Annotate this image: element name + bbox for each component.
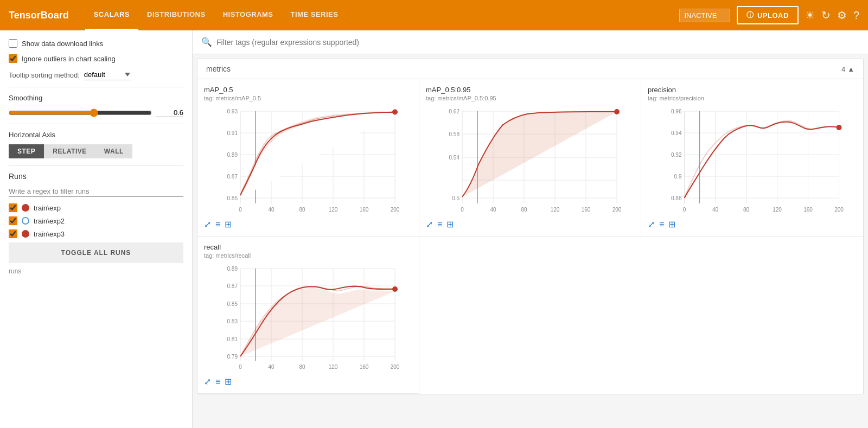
smoothing-value-input[interactable] bbox=[156, 108, 183, 117]
expand-icon-4[interactable]: ⤢ bbox=[204, 376, 211, 387]
expand-icon-2[interactable]: ⤢ bbox=[426, 219, 433, 229]
chart-precision-title: precision bbox=[648, 86, 857, 94]
chart-precision-actions: ⤢ ≡ ⊞ bbox=[648, 219, 857, 229]
svg-point-96 bbox=[392, 286, 398, 292]
divider-3 bbox=[9, 165, 183, 165]
svg-text:40: 40 bbox=[268, 364, 275, 370]
chart-recall: recall tag: metrics/recall bbox=[197, 237, 419, 394]
zoom-icon[interactable]: ⊞ bbox=[225, 219, 232, 229]
show-download-label[interactable]: Show data download links bbox=[9, 39, 103, 48]
nav-time-series[interactable]: TIME SERIES bbox=[282, 0, 347, 30]
svg-text:0: 0 bbox=[683, 207, 686, 213]
chart-map05-title: mAP_0.5 bbox=[204, 86, 412, 94]
nav-distributions[interactable]: DISTRIBUTIONS bbox=[138, 0, 214, 30]
svg-text:120: 120 bbox=[329, 207, 338, 213]
svg-text:160: 160 bbox=[582, 207, 591, 213]
chart-map0595-tag: tag: metrics/mAP_0.5:0.95 bbox=[426, 95, 634, 101]
help-icon[interactable]: ? bbox=[853, 9, 859, 22]
chart-map05-actions: ⤢ ≡ ⊞ bbox=[204, 219, 412, 229]
tooltip-row: Tooltip sorting method: default ascendin… bbox=[9, 69, 183, 80]
metrics-title: metrics bbox=[206, 65, 231, 73]
data-icon[interactable]: ≡ bbox=[215, 219, 220, 229]
show-download-checkbox[interactable] bbox=[9, 39, 17, 48]
chart-recall-title: recall bbox=[204, 243, 412, 251]
show-download-row: Show data download links bbox=[9, 39, 183, 48]
search-icon: 🔍 bbox=[201, 37, 212, 47]
svg-text:160: 160 bbox=[360, 364, 369, 370]
content-area: 🔍 metrics 4 ▲ mAP_0.5 tag: metrics/mAP_0… bbox=[193, 30, 868, 428]
run-circle-exp1 bbox=[22, 204, 29, 212]
axis-step-button[interactable]: STEP bbox=[9, 144, 44, 158]
toggle-all-runs-button[interactable]: TOGGLE ALL RUNS bbox=[9, 242, 183, 263]
run-item-exp2[interactable]: train\exp2 bbox=[9, 216, 183, 225]
run-checkbox-exp1[interactable] bbox=[9, 203, 17, 212]
run-checkbox-exp2[interactable] bbox=[9, 216, 17, 225]
chart-map0595-title: mAP_0.5:0.95 bbox=[426, 86, 634, 94]
run-item-exp1[interactable]: train\exp bbox=[9, 203, 183, 212]
svg-text:80: 80 bbox=[743, 207, 750, 213]
search-input[interactable] bbox=[216, 38, 859, 47]
settings-icon[interactable]: ⚙ bbox=[837, 9, 847, 22]
svg-text:0.89: 0.89 bbox=[227, 152, 238, 158]
axis-wall-button[interactable]: WALL bbox=[95, 144, 132, 158]
data-icon-4[interactable]: ≡ bbox=[215, 376, 220, 387]
collapse-icon[interactable]: ▲ bbox=[847, 65, 854, 73]
run-circle-exp3 bbox=[22, 230, 29, 238]
chart-map0595-actions: ⤢ ≡ ⊞ bbox=[426, 219, 634, 229]
data-icon-2[interactable]: ≡ bbox=[437, 219, 442, 229]
nav-scalars[interactable]: SCALARS bbox=[85, 0, 138, 30]
refresh-icon[interactable]: ↻ bbox=[821, 9, 831, 22]
chart-map0595-svg: 0.62 0.58 0.54 0.5 0 40 80 120 160 200 bbox=[426, 106, 634, 214]
ignore-outliers-checkbox[interactable] bbox=[9, 54, 17, 63]
svg-text:0.58: 0.58 bbox=[449, 131, 460, 137]
zoom-icon-3[interactable]: ⊞ bbox=[668, 219, 675, 229]
svg-text:120: 120 bbox=[773, 207, 782, 213]
horizontal-axis-title: Horizontal Axis bbox=[9, 131, 183, 139]
svg-point-23 bbox=[392, 110, 398, 115]
axis-buttons-group: STEP RELATIVE WALL bbox=[9, 144, 183, 158]
run-item-exp3[interactable]: train\exp3 bbox=[9, 229, 183, 238]
tooltip-sort-select[interactable]: default ascending descending nearest bbox=[84, 69, 131, 80]
run-label-exp3: train\exp3 bbox=[34, 230, 65, 238]
chart-map0595: mAP_0.5:0.95 tag: metrics/mAP_0.5:0.95 bbox=[419, 79, 641, 237]
expand-icon-3[interactable]: ⤢ bbox=[648, 219, 655, 229]
svg-text:40: 40 bbox=[712, 207, 719, 213]
upload-button[interactable]: ⓘ UPLOAD bbox=[737, 6, 798, 24]
nav-histograms[interactable]: HISTOGRAMS bbox=[214, 0, 282, 30]
charts-grid-row2: recall tag: metrics/recall bbox=[197, 237, 863, 394]
inactive-dropdown[interactable]: INACTIVE bbox=[679, 9, 730, 22]
zoom-icon-2[interactable]: ⊞ bbox=[446, 219, 454, 229]
zoom-icon-4[interactable]: ⊞ bbox=[225, 376, 232, 387]
data-icon-3[interactable]: ≡ bbox=[659, 219, 664, 229]
upload-label: UPLOAD bbox=[757, 11, 789, 20]
smoothing-slider[interactable] bbox=[9, 108, 152, 117]
runs-filter-input[interactable] bbox=[9, 186, 183, 197]
theme-icon[interactable]: ☀ bbox=[805, 9, 815, 22]
svg-point-70 bbox=[837, 125, 842, 130]
ignore-outliers-label[interactable]: Ignore outliers in chart scaling bbox=[9, 54, 116, 63]
svg-text:0.54: 0.54 bbox=[449, 155, 460, 161]
svg-text:0.85: 0.85 bbox=[227, 301, 238, 307]
run-checkbox-exp3[interactable] bbox=[9, 229, 17, 238]
svg-text:120: 120 bbox=[551, 207, 560, 213]
search-bar: 🔍 bbox=[193, 30, 868, 54]
svg-text:0.94: 0.94 bbox=[671, 130, 682, 136]
svg-point-46 bbox=[614, 109, 620, 114]
chart-recall-svg: 0.89 0.87 0.85 0.83 0.81 0.79 0 40 80 12… bbox=[204, 263, 412, 372]
metrics-count: 4 ▲ bbox=[841, 65, 854, 73]
charts-grid-row1: mAP_0.5 tag: metrics/mAP_0.5 bbox=[197, 79, 863, 237]
divider-2 bbox=[9, 124, 183, 124]
status-selector[interactable]: INACTIVE bbox=[679, 9, 730, 22]
upload-icon: ⓘ bbox=[746, 10, 754, 20]
svg-text:0.85: 0.85 bbox=[227, 195, 238, 201]
svg-text:0.96: 0.96 bbox=[671, 108, 682, 114]
chart-map05: mAP_0.5 tag: metrics/mAP_0.5 bbox=[197, 79, 419, 237]
axis-relative-button[interactable]: RELATIVE bbox=[44, 144, 95, 158]
svg-text:80: 80 bbox=[299, 364, 305, 370]
logo: TensorBoard bbox=[9, 10, 69, 21]
runs-footer: runs bbox=[9, 267, 183, 275]
expand-icon[interactable]: ⤢ bbox=[204, 219, 211, 229]
svg-text:0: 0 bbox=[461, 207, 464, 213]
header-right: INACTIVE ⓘ UPLOAD ☀ ↻ ⚙ ? bbox=[679, 6, 859, 24]
svg-text:0.89: 0.89 bbox=[227, 266, 238, 272]
